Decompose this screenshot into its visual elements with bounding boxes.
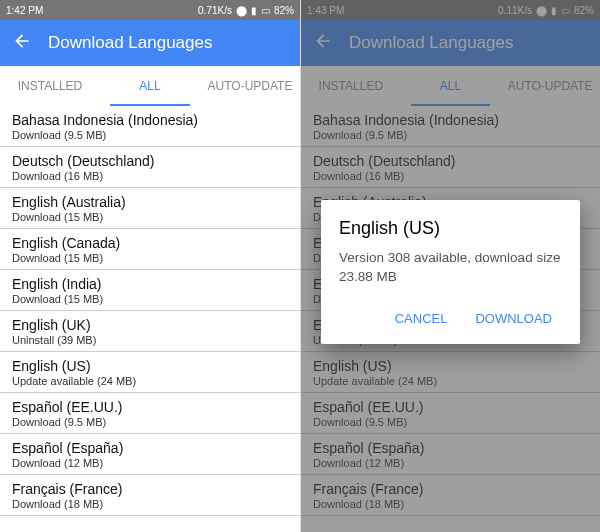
tab-auto-update[interactable]: AUTO-UPDATE [200, 66, 300, 106]
language-subtext: Download (12 MB) [313, 457, 588, 469]
status-bar: 1:43 PM 0.11K/s ⬤ ▮ ▭ 82% [301, 0, 600, 20]
download-button[interactable]: DOWNLOAD [465, 303, 562, 334]
language-subtext: Download (15 MB) [12, 252, 288, 264]
appbar-title: Download Languages [349, 33, 513, 53]
wifi-icon: ⬤ [536, 5, 547, 16]
status-time: 1:43 PM [307, 5, 344, 16]
language-item[interactable]: English (UK)Uninstall (39 MB) [0, 311, 300, 352]
language-subtext: Download (12 MB) [12, 457, 288, 469]
tab-all[interactable]: ALL [401, 66, 501, 106]
phone-left: 1:42 PM 0.71K/s ⬤ ▮ ▭ 82% Download Langu… [0, 0, 300, 532]
wifi-icon: ⬤ [236, 5, 247, 16]
language-item[interactable]: Bahasa Indonesia (Indonesia)Download (9.… [301, 106, 600, 147]
language-item[interactable]: English (Australia)Download (15 MB) [0, 188, 300, 229]
status-speed: 0.71K/s [198, 5, 232, 16]
language-subtext: Download (15 MB) [12, 293, 288, 305]
language-item[interactable]: English (Canada)Download (15 MB) [0, 229, 300, 270]
language-item[interactable]: Bahasa Indonesia (Indonesia)Download (9.… [0, 106, 300, 147]
language-item[interactable]: Español (EE.UU.)Download (9.5 MB) [0, 393, 300, 434]
download-dialog: English (US) Version 308 available, down… [321, 200, 580, 344]
language-name: English (India) [12, 276, 288, 292]
language-item[interactable]: English (India)Download (15 MB) [0, 270, 300, 311]
language-item[interactable]: English (US)Update available (24 MB) [0, 352, 300, 393]
battery-icon: ▭ [261, 5, 270, 16]
tab-installed[interactable]: INSTALLED [301, 66, 401, 106]
tab-all[interactable]: ALL [100, 66, 200, 106]
language-item[interactable]: Español (España)Download (12 MB) [301, 434, 600, 475]
signal-icon: ▮ [551, 5, 557, 16]
language-name: English (Canada) [12, 235, 288, 251]
language-name: Español (EE.UU.) [12, 399, 288, 415]
language-name: English (US) [313, 358, 588, 374]
language-subtext: Download (9.5 MB) [12, 129, 288, 141]
language-name: Español (EE.UU.) [313, 399, 588, 415]
dialog-title: English (US) [339, 218, 562, 239]
language-name: English (UK) [12, 317, 288, 333]
language-item[interactable]: Français (France)Download (18 MB) [0, 475, 300, 516]
back-icon[interactable] [313, 31, 333, 55]
appbar: Download Languages [0, 20, 300, 66]
language-name: Français (France) [313, 481, 588, 497]
language-name: English (US) [12, 358, 288, 374]
status-battery: 82% [274, 5, 294, 16]
language-item[interactable]: Español (España)Download (12 MB) [0, 434, 300, 475]
language-item[interactable]: Deutsch (Deutschland)Download (16 MB) [0, 147, 300, 188]
language-item[interactable]: Español (EE.UU.)Download (9.5 MB) [301, 393, 600, 434]
phone-right: 1:43 PM 0.11K/s ⬤ ▮ ▭ 82% Download Langu… [300, 0, 600, 532]
language-subtext: Download (18 MB) [313, 498, 588, 510]
language-name: Français (France) [12, 481, 288, 497]
language-subtext: Update available (24 MB) [12, 375, 288, 387]
tabs: INSTALLED ALL AUTO-UPDATE [301, 66, 600, 106]
language-subtext: Download (9.5 MB) [313, 416, 588, 428]
language-item[interactable]: English (US)Update available (24 MB) [301, 352, 600, 393]
language-name: Español (España) [313, 440, 588, 456]
status-time: 1:42 PM [6, 5, 43, 16]
language-name: English (Australia) [12, 194, 288, 210]
status-bar: 1:42 PM 0.71K/s ⬤ ▮ ▭ 82% [0, 0, 300, 20]
language-name: Bahasa Indonesia (Indonesia) [12, 112, 288, 128]
language-name: Español (España) [12, 440, 288, 456]
language-list[interactable]: Bahasa Indonesia (Indonesia)Download (9.… [0, 106, 300, 532]
language-subtext: Download (9.5 MB) [313, 129, 588, 141]
language-subtext: Download (9.5 MB) [12, 416, 288, 428]
battery-icon: ▭ [561, 5, 570, 16]
tab-installed[interactable]: INSTALLED [0, 66, 100, 106]
signal-icon: ▮ [251, 5, 257, 16]
dialog-body: Version 308 available, download size 23.… [339, 249, 562, 287]
language-subtext: Download (16 MB) [313, 170, 588, 182]
language-item[interactable]: Deutsch (Deutschland)Download (16 MB) [301, 147, 600, 188]
language-name: Bahasa Indonesia (Indonesia) [313, 112, 588, 128]
status-battery: 82% [574, 5, 594, 16]
language-subtext: Update available (24 MB) [313, 375, 588, 387]
language-subtext: Uninstall (39 MB) [12, 334, 288, 346]
appbar-title: Download Languages [48, 33, 212, 53]
back-icon[interactable] [12, 31, 32, 55]
tabs: INSTALLED ALL AUTO-UPDATE [0, 66, 300, 106]
language-subtext: Download (18 MB) [12, 498, 288, 510]
language-name: Deutsch (Deutschland) [12, 153, 288, 169]
language-subtext: Download (16 MB) [12, 170, 288, 182]
appbar: Download Languages [301, 20, 600, 66]
status-speed: 0.11K/s [498, 5, 532, 16]
cancel-button[interactable]: CANCEL [385, 303, 458, 334]
tab-auto-update[interactable]: AUTO-UPDATE [500, 66, 600, 106]
dialog-actions: CANCEL DOWNLOAD [339, 303, 562, 334]
language-item[interactable]: Français (France)Download (18 MB) [301, 475, 600, 516]
language-name: Deutsch (Deutschland) [313, 153, 588, 169]
language-subtext: Download (15 MB) [12, 211, 288, 223]
